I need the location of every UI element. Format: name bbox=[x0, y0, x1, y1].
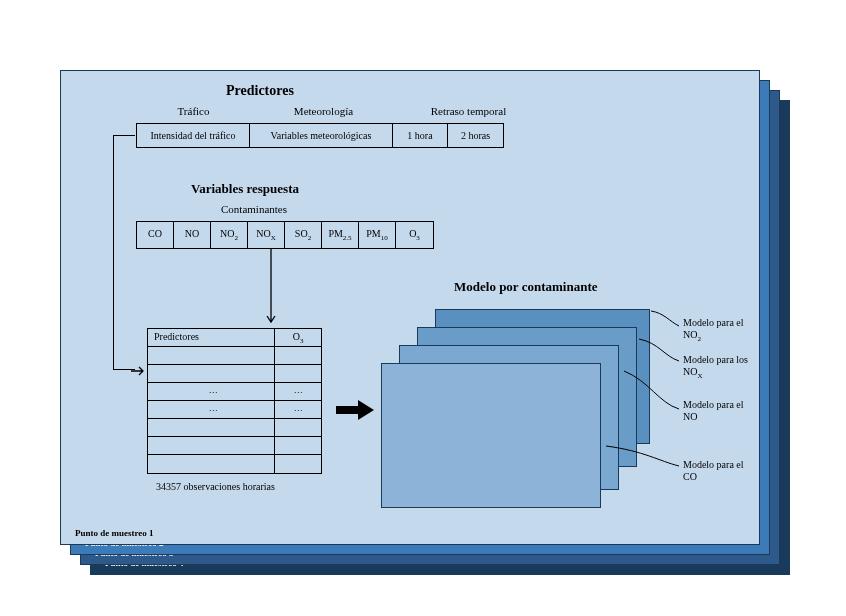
diagram-stack: Punto de muestreo 4 Punto de muestreo 3 … bbox=[60, 70, 790, 570]
pred-cell-1h: 1 hora bbox=[393, 124, 448, 147]
pollutant-o3: O3 bbox=[396, 222, 433, 248]
pred-header-traffic: Tráfico bbox=[136, 105, 251, 117]
model-label-co: Modelo para el CO bbox=[683, 459, 759, 483]
pollutant-pm10: PM10 bbox=[359, 222, 396, 248]
model-label-no2: Modelo para el NO2 bbox=[683, 317, 759, 345]
model-label-nox: Modelo para los NOX bbox=[683, 354, 759, 382]
pred-cell-2h: 2 horas bbox=[448, 124, 503, 147]
arrow-down-icon bbox=[264, 249, 278, 329]
predictors-headers: Tráfico Meteorología Retraso temporal bbox=[136, 105, 541, 117]
col-o3: O3 bbox=[275, 329, 321, 346]
table-row bbox=[148, 437, 321, 455]
models-title: Modelo por contaminante bbox=[454, 279, 597, 295]
layer-1-main: Punto de muestreo 1 Predictores Tráfico … bbox=[60, 70, 760, 545]
predictors-table: Intensidad del tráfico Variables meteoro… bbox=[136, 123, 504, 148]
table-row bbox=[148, 419, 321, 437]
pred-header-lag: Retraso temporal bbox=[396, 105, 541, 117]
table-row-dots: … … bbox=[148, 383, 321, 401]
table-row bbox=[148, 347, 321, 365]
pred-cell-traffic: Intensidad del tráfico bbox=[137, 124, 250, 147]
table-row bbox=[148, 365, 321, 383]
model-label-no: Modelo para el NO bbox=[683, 399, 759, 423]
layer-1-label: Punto de muestreo 1 bbox=[75, 528, 154, 538]
pollutant-nox: NOX bbox=[248, 222, 285, 248]
observations-table: Predictores O3 … … … … bbox=[147, 328, 322, 474]
connector-curves bbox=[594, 301, 694, 521]
col-predictors: Predictores bbox=[148, 329, 275, 346]
pred-header-meteo: Meteorología bbox=[251, 105, 396, 117]
observations-count: 34357 observaciones horarias bbox=[156, 481, 275, 492]
response-title: Variables respuesta bbox=[191, 181, 299, 197]
pollutant-so2: SO2 bbox=[285, 222, 322, 248]
pred-cell-meteo: Variables meteorológicas bbox=[250, 124, 393, 147]
model-card-co bbox=[381, 363, 601, 508]
pollutant-no: NO bbox=[174, 222, 211, 248]
table-row bbox=[148, 455, 321, 473]
pollutant-co: CO bbox=[137, 222, 174, 248]
table-header-row: Predictores O3 bbox=[148, 329, 321, 347]
bracket-predictors-to-table bbox=[113, 135, 135, 370]
pollutant-no2: NO2 bbox=[211, 222, 248, 248]
response-subtitle: Contaminantes bbox=[221, 203, 287, 215]
pollutant-pm25: PM2.5 bbox=[322, 222, 359, 248]
predictors-title: Predictores bbox=[226, 83, 294, 99]
thick-arrow-right-icon bbox=[334, 396, 376, 424]
table-row-dots: … … bbox=[148, 401, 321, 419]
response-table: CO NO NO2 NOX SO2 PM2.5 PM10 O3 bbox=[136, 221, 434, 249]
